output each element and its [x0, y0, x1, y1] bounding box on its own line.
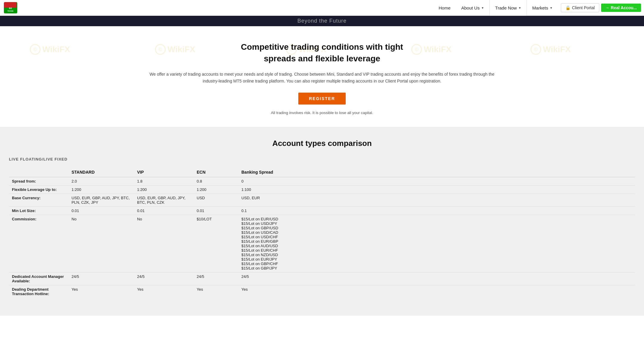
row-cell: Yes	[238, 285, 635, 298]
svg-text:TRADE: TRADE	[7, 10, 14, 12]
heading-line1: Competitive trading conditions with tigh…	[241, 42, 403, 52]
main-heading: Competitive trading conditions with tigh…	[6, 41, 638, 64]
logo[interactable]: B2 TRADE	[3, 2, 18, 14]
row-label: Flexible Leverage Up to:	[9, 186, 69, 194]
lock-icon: 🔒	[565, 5, 570, 10]
row-cell: USD, EUR	[238, 194, 635, 207]
client-portal-button[interactable]: 🔒 Client Portal	[561, 3, 599, 12]
comparison-section: Account types comparison LIVE FLOATING/L…	[0, 127, 644, 316]
about-label: About Us	[461, 5, 480, 10]
main-subtext: We offer a variety of trading accounts t…	[143, 71, 501, 84]
row-label: Base Currency:	[9, 194, 69, 207]
trade-chevron-icon: ▼	[518, 6, 521, 10]
main-content: © WikiFX © WikiFX © WikiFX © WikiFX © Wi…	[0, 26, 644, 127]
navbar: B2 TRADE Home About Us ▼ Trade Now ▼ Mar…	[0, 0, 644, 16]
row-cell: 1:100	[238, 186, 635, 194]
table-row: Flexible Leverage Up to:1:2001:2001:2001…	[9, 186, 635, 194]
row-cell: USD, EUR, GBP, AUD, JPY, BTC, PLN, CZK	[134, 194, 194, 207]
nav-about[interactable]: About Us ▼	[456, 0, 490, 16]
row-cell: USD	[194, 194, 238, 207]
row-label: Dedicated Account Manager Available:	[9, 273, 69, 285]
table-row: Commission:NoNo$10/LOT$15/Lot on EUR/USD…	[9, 215, 635, 273]
row-cell: 0.1	[238, 207, 635, 215]
table-label: LIVE FLOATING/LIVE FIXED	[9, 157, 635, 161]
risk-disclaimer: All trading involves risk. It is possibl…	[6, 110, 638, 115]
row-cell: No	[134, 215, 194, 273]
nav-trade[interactable]: Trade Now ▼	[489, 0, 527, 16]
row-cell: No	[69, 215, 134, 273]
row-label: Spread from:	[9, 177, 69, 186]
col-header-banking: Banking Spread	[238, 167, 635, 177]
trade-label: Trade Now	[495, 5, 517, 10]
comparison-title: Account types comparison	[9, 139, 635, 148]
nav-right: 🔒 Client Portal → Real Accou...	[561, 3, 641, 12]
table-row: Min Lot Size:0.010.010.010.1	[9, 207, 635, 215]
real-account-label: Real Accou...	[611, 5, 637, 10]
row-cell: 24/5	[134, 273, 194, 285]
row-cell: 1.8	[134, 177, 194, 186]
table-row: Dealing Department Transaction Hotline:Y…	[9, 285, 635, 298]
arrow-right-icon: →	[605, 5, 609, 10]
row-cell: $10/LOT	[194, 215, 238, 273]
row-cell: Yes	[134, 285, 194, 298]
heading-line2: spreads and flexible leverage	[264, 54, 380, 63]
col-header-standard: STANDARD	[69, 167, 134, 177]
table-row: Dedicated Account Manager Available:24/5…	[9, 273, 635, 285]
row-cell: 1:200	[134, 186, 194, 194]
nav-links: Home About Us ▼ Trade Now ▼ Markets ▼	[433, 0, 558, 16]
hero-banner: Beyond the Future	[0, 16, 644, 26]
col-header-ecn: ECN	[194, 167, 238, 177]
table-row: Spread from:2.01.80.80	[9, 177, 635, 186]
row-cell: 2.0	[69, 177, 134, 186]
table-row: Base Currency:USD, EUR, GBP, AUD, JPY, B…	[9, 194, 635, 207]
row-label: Min Lot Size:	[9, 207, 69, 215]
svg-text:B2: B2	[9, 7, 12, 10]
nav-markets[interactable]: Markets ▼	[527, 0, 558, 16]
real-account-button[interactable]: → Real Accou...	[601, 4, 641, 12]
row-cell: 1:200	[69, 186, 134, 194]
row-cell: Yes	[69, 285, 134, 298]
row-cell: Yes	[194, 285, 238, 298]
row-cell: 1:200	[194, 186, 238, 194]
register-button[interactable]: REGISTER	[298, 93, 346, 105]
row-cell: 0.01	[69, 207, 134, 215]
row-cell: $15/Lot on EUR/USD$15/Lot on USD/JPY$15/…	[238, 215, 635, 273]
row-cell: 24/5	[69, 273, 134, 285]
banner-text: Beyond the Future	[297, 18, 347, 24]
row-cell: 24/5	[194, 273, 238, 285]
row-cell: 0.01	[194, 207, 238, 215]
row-cell: 0.01	[134, 207, 194, 215]
client-portal-label: Client Portal	[572, 5, 595, 10]
col-header-vip: VIP	[134, 167, 194, 177]
row-cell: 24/5	[238, 273, 635, 285]
row-cell: 0	[238, 177, 635, 186]
row-label: Commission:	[9, 215, 69, 273]
nav-home[interactable]: Home	[433, 0, 456, 16]
row-cell: 0.8	[194, 177, 238, 186]
markets-chevron-icon: ▼	[550, 6, 553, 10]
about-chevron-icon: ▼	[481, 6, 484, 10]
comparison-table: STANDARD VIP ECN Banking Spread Spread f…	[9, 167, 635, 298]
row-cell: USD, EUR, GBP, AUD, JPY, BTC, PLN, CZK, …	[69, 194, 134, 207]
logo-image: B2 TRADE	[4, 2, 17, 13]
row-label: Dealing Department Transaction Hotline:	[9, 285, 69, 298]
markets-label: Markets	[532, 5, 548, 10]
col-header-empty	[9, 167, 69, 177]
